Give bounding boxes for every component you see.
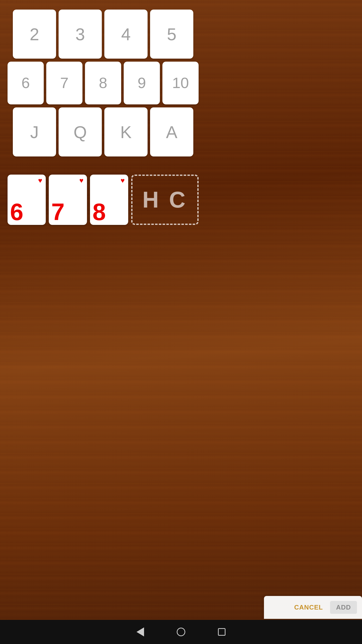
card-tile-4[interactable]: 4 — [104, 10, 148, 59]
card-tile-6[interactable]: 6 — [8, 62, 44, 104]
play-card-8-hearts[interactable]: ♥ 8 — [90, 175, 128, 225]
placeholder-label: H C — [143, 187, 188, 213]
card-tile-label: 8 — [99, 75, 107, 91]
card-tile-8[interactable]: 8 — [85, 62, 121, 104]
card-tile-2[interactable]: 2 — [13, 10, 56, 59]
heart-suit-icon: ♥ — [79, 177, 83, 184]
card-tile-label: K — [120, 124, 131, 141]
card-tile-label: 5 — [167, 26, 176, 43]
card-picker: 2 3 4 5 6 7 8 9 — [5, 5, 201, 162]
card-tile-5[interactable]: 5 — [150, 10, 193, 59]
card-tile-label: 2 — [30, 26, 39, 43]
heart-suit-icon: ♥ — [121, 177, 125, 184]
play-card-number: 8 — [93, 200, 106, 224]
card-row-2: 6 7 8 9 10 — [8, 62, 199, 104]
card-tile-label: A — [166, 124, 177, 141]
card-tile-10[interactable]: 10 — [162, 62, 199, 104]
card-row-1: 2 3 4 5 — [8, 10, 199, 59]
card-tile-label: 6 — [21, 75, 30, 91]
card-tile-label: 10 — [172, 75, 189, 91]
card-tile-label: 9 — [138, 75, 146, 91]
play-area: ♥ 6 ♥ 7 ♥ 8 H C — [5, 170, 201, 227]
card-tile-9[interactable]: 9 — [124, 62, 160, 104]
card-tile-label: J — [30, 124, 39, 141]
heart-suit-icon: ♥ — [38, 177, 42, 184]
card-tile-Q[interactable]: Q — [59, 107, 102, 156]
play-card-7-hearts[interactable]: ♥ 7 — [49, 175, 87, 225]
play-card-number: 6 — [10, 200, 23, 224]
card-tile-label: Q — [74, 124, 87, 141]
card-tile-label: 7 — [60, 75, 68, 91]
card-tile-label: 3 — [75, 26, 85, 43]
play-card-6-hearts[interactable]: ♥ 6 — [8, 175, 46, 225]
placeholder-card-slot: H C — [131, 175, 199, 225]
card-tile-K[interactable]: K — [104, 107, 148, 156]
card-tile-label: 4 — [121, 26, 131, 43]
card-row-3: J Q K A — [8, 107, 199, 156]
card-tile-7[interactable]: 7 — [46, 62, 82, 104]
card-tile-A[interactable]: A — [150, 107, 193, 156]
card-tile-3[interactable]: 3 — [59, 10, 102, 59]
play-card-number: 7 — [51, 200, 65, 224]
card-tile-J[interactable]: J — [13, 107, 56, 156]
